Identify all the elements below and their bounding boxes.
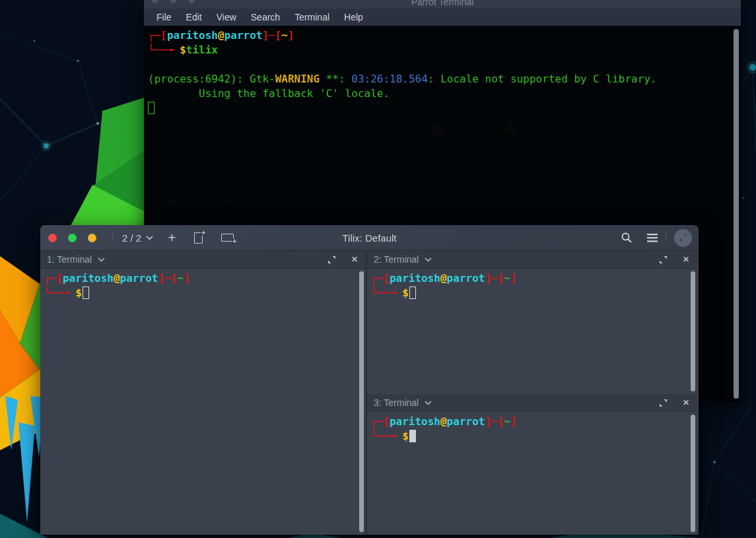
session-switcher[interactable]: 2 / 2 (120, 232, 156, 244)
pane-1-terminal[interactable]: ┌─[paritosh@parrot]─[~] └──╼ $ (40, 269, 366, 535)
prompt-line-1: ┌─[paritosh@parrot]─[~] (148, 28, 741, 43)
split-right-icon[interactable]: + (194, 232, 203, 244)
maximize-pane-icon[interactable] (660, 256, 667, 263)
pane-1-titlebar[interactable]: 1: Terminal ✕ (40, 251, 366, 269)
chevron-down-icon (146, 236, 153, 240)
window-titlebar[interactable]: Parrot Terminal (144, 0, 741, 9)
pane-2-title: 2: Terminal (374, 254, 419, 265)
close-pane-icon[interactable]: ✕ (683, 398, 689, 407)
pane-3-title: 3: Terminal (374, 397, 419, 408)
terminal-cursor (409, 430, 416, 442)
prompt-line-2: └──╼ $ (370, 286, 697, 300)
pane-3-terminal[interactable]: ┌─[paritosh@parrot]─[~] └──╼ $ (367, 412, 697, 535)
prompt-line-2: └──╼ $tilix (148, 43, 741, 57)
menu-view[interactable]: View (209, 9, 244, 26)
tilix-headerbar[interactable]: 2 / 2 + + + Tilix: Default (40, 225, 699, 251)
separator (666, 232, 666, 244)
tilix-window: 2 / 2 + + + Tilix: Default (40, 225, 699, 535)
prompt-line-1: ┌─[paritosh@parrot]─[~] (370, 271, 697, 286)
session-indicator: 2 / 2 (122, 232, 141, 244)
maximize-pane-icon[interactable] (328, 256, 335, 263)
menu-terminal[interactable]: Terminal (287, 9, 337, 26)
warning-line-2: Using the fallback 'C' locale. (148, 86, 741, 101)
diagonal-arrows-icon (679, 234, 687, 242)
separator (112, 232, 113, 244)
maximize-button[interactable] (68, 234, 77, 242)
close-button[interactable] (48, 234, 57, 242)
menu-help[interactable]: Help (337, 9, 370, 26)
main-menu-button[interactable] (647, 234, 658, 242)
close-pane-icon[interactable]: ✕ (683, 255, 689, 264)
desktop: Parrot Terminal File Edit View Search Te… (0, 0, 756, 538)
menu-bar: File Edit View Search Terminal Help (144, 9, 741, 26)
window-title: Parrot Terminal (411, 0, 474, 9)
scrollbar-thumb[interactable] (691, 271, 695, 391)
chevron-down-icon[interactable] (425, 401, 432, 405)
blank-line (148, 57, 741, 72)
pane-3-titlebar[interactable]: 3: Terminal ✕ (367, 394, 697, 412)
chevron-down-icon[interactable] (98, 257, 105, 262)
menu-file[interactable]: File (149, 9, 179, 26)
pane-2-titlebar[interactable]: 2: Terminal ✕ (367, 251, 697, 269)
minimize-button[interactable] (88, 234, 96, 242)
window-control-dot[interactable] (152, 0, 158, 3)
prompt-line-1: ┌─[paritosh@parrot]─[~] (370, 415, 697, 429)
pane-1-title: 1: Terminal (47, 254, 92, 265)
scrollbar-thumb[interactable] (359, 271, 364, 532)
warning-line-1: (process:6942): Gtk-WARNING **: 03:26:18… (148, 72, 741, 86)
prompt-line-2: └──╼ $ (44, 286, 366, 300)
chevron-down-icon[interactable] (425, 257, 432, 262)
window-control-dot[interactable] (170, 0, 176, 3)
search-icon (621, 232, 633, 244)
split-down-icon[interactable]: + (221, 234, 234, 242)
window-control-dots (152, 0, 195, 3)
close-pane-icon[interactable]: ✕ (351, 255, 358, 264)
tilix-pane-area: 1: Terminal ✕ ┌─[pari (40, 251, 699, 535)
hamburger-menu-icon (647, 234, 658, 242)
terminal-cursor (83, 286, 89, 299)
cursor-line (148, 101, 741, 116)
terminal-cursor (409, 286, 416, 299)
terminal-pane-3: 3: Terminal ✕ ┌─[pari (367, 394, 697, 535)
menu-search[interactable]: Search (244, 9, 287, 26)
terminal-cursor (148, 102, 155, 114)
new-session-button[interactable]: + (168, 230, 176, 246)
maximize-pane-icon[interactable] (660, 399, 667, 407)
prompt-line-1: ┌─[paritosh@parrot]─[~] (44, 271, 366, 286)
tilix-window-title: Tilix: Default (343, 232, 397, 244)
terminal-pane-2: 2: Terminal ✕ ┌─[pari (367, 251, 697, 394)
menu-edit[interactable]: Edit (179, 9, 209, 26)
terminal-pane-1: 1: Terminal ✕ ┌─[pari (40, 251, 366, 535)
window-control-dot[interactable] (189, 0, 195, 3)
resize-handle-button[interactable] (674, 229, 692, 247)
prompt-line-2: └──╼ $ (370, 429, 697, 444)
window-controls (48, 234, 96, 242)
pane-2-terminal[interactable]: ┌─[paritosh@parrot]─[~] └──╼ $ (367, 269, 697, 394)
scrollbar-thumb[interactable] (691, 415, 695, 532)
scrollbar-thumb[interactable] (734, 29, 739, 399)
search-button[interactable] (621, 232, 633, 244)
